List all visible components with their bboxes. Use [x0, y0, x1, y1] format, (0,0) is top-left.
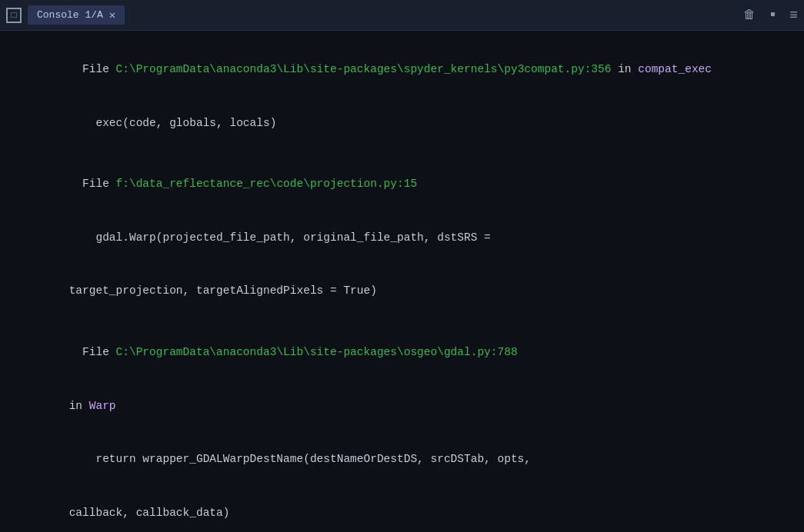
code-text-1: exec(code, globals, locals)	[69, 117, 277, 129]
minimize-icon[interactable]: ▪	[768, 6, 777, 24]
spacer-2	[15, 318, 789, 326]
in-keyword-1: in	[611, 63, 638, 75]
traceback-block-2: File f:\data_reflectance_rec\code\projec…	[15, 158, 789, 318]
title-bar-left: □ Console 1/A ✕	[6, 5, 125, 25]
traceback-line-2: File f:\data_reflectance_rec\code\projec…	[15, 158, 789, 211]
code-text-2b: target_projection, targetAlignedPixels =…	[69, 284, 377, 297]
tab-close-button[interactable]: ✕	[109, 8, 115, 22]
title-bar-right: 🗑 ▪ ≡	[743, 6, 798, 24]
file-keyword: File	[69, 63, 116, 75]
code-line-3b: callback, callback_data)	[15, 487, 789, 533]
file-keyword-2: File	[69, 178, 116, 190]
func-name-1: compat_exec	[638, 63, 712, 75]
code-line-2a: gdal.Warp(projected_file_path, original_…	[15, 211, 789, 265]
window-icon: □	[6, 8, 22, 23]
traceback-in-3: in Warp	[15, 379, 789, 433]
code-text-3b: callback, callback_data)	[69, 507, 230, 519]
code-line-1: exec(code, globals, locals)	[15, 97, 789, 151]
traceback-line-3: File C:\ProgramData\anaconda3\Lib\site-p…	[15, 326, 789, 380]
code-text-3a: return wrapper_GDALWarpDestName(destName…	[69, 453, 531, 465]
file-path-3: C:\ProgramData\anaconda3\Lib\site-packag…	[116, 346, 518, 358]
trash-icon[interactable]: 🗑	[743, 8, 756, 22]
file-keyword-3: File	[69, 346, 116, 358]
func-name-3: Warp	[89, 400, 116, 412]
menu-icon[interactable]: ≡	[789, 8, 798, 23]
console-tab[interactable]: Console 1/A ✕	[28, 5, 125, 25]
app-window: □ Console 1/A ✕ 🗑 ▪ ≡ File C:\ProgramDat…	[0, 0, 804, 532]
code-text-2a: gdal.Warp(projected_file_path, original_…	[69, 231, 491, 244]
window-icon-symbol: □	[11, 10, 16, 21]
console-output: File C:\ProgramData\anaconda3\Lib\site-p…	[0, 31, 804, 532]
spacer-1	[15, 150, 789, 158]
title-bar: □ Console 1/A ✕ 🗑 ▪ ≡	[0, 0, 804, 31]
traceback-block-3: File C:\ProgramData\anaconda3\Lib\site-p…	[15, 326, 789, 532]
file-path-2: f:\data_reflectance_rec\code\projection.…	[116, 178, 418, 190]
code-line-3a: return wrapper_GDALWarpDestName(destName…	[15, 433, 789, 487]
in-keyword-3: in	[69, 400, 89, 412]
traceback-block-1: File C:\ProgramData\anaconda3\Lib\site-p…	[15, 43, 789, 150]
tab-label: Console 1/A	[37, 9, 103, 21]
file-path-1: C:\ProgramData\anaconda3\Lib\site-packag…	[116, 63, 612, 75]
code-line-2b: target_projection, targetAlignedPixels =…	[15, 264, 789, 318]
traceback-line: File C:\ProgramData\anaconda3\Lib\site-p…	[15, 43, 789, 97]
